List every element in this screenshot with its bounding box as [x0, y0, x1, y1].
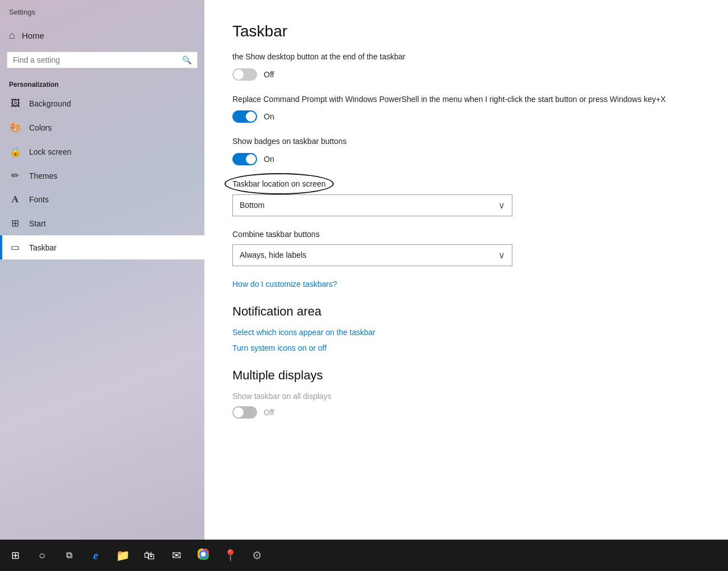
replace-cmd-toggle-label: On [264, 112, 274, 121]
sidebar-item-colors[interactable]: 🎨 Colors [0, 115, 204, 140]
start-icon: ⊞ [11, 549, 20, 561]
sidebar-item-label-start: Start [29, 219, 46, 228]
sidebar-item-themes[interactable]: ✏ Themes [0, 164, 204, 188]
toggle-thumb [234, 69, 244, 80]
replace-cmd-toggle[interactable] [232, 110, 257, 123]
start-button[interactable]: ⊞ [2, 542, 28, 568]
show-taskbar-toggle-label: Off [264, 408, 274, 417]
sidebar-item-start[interactable]: ⊞ Start [0, 211, 204, 235]
sidebar-item-label-fonts: Fonts [29, 195, 49, 204]
sidebar-item-label-background: Background [29, 99, 71, 108]
show-badges-toggle[interactable] [232, 153, 257, 165]
sidebar-item-taskbar[interactable]: ▭ Taskbar [0, 235, 204, 259]
show-desktop-toggle[interactable] [232, 68, 257, 81]
chrome-button[interactable] [190, 542, 216, 568]
customize-link[interactable]: How do I customize taskbars? [232, 280, 700, 289]
maps-button[interactable]: 📍 [217, 542, 243, 568]
sidebar: Settings ⌂ Home 🔍 Personalization 🖼 Back… [0, 0, 204, 540]
show-badges-toggle-label: On [264, 155, 274, 164]
svg-point-2 [202, 552, 206, 556]
combine-label: Combine taskbar buttons [232, 230, 700, 239]
combine-value: Always, hide labels [240, 250, 306, 259]
taskbar-location-label: Taskbar location on screen [232, 179, 326, 188]
sidebar-item-label-themes: Themes [29, 171, 58, 180]
show-badges-setting: Show badges on taskbar buttons On [232, 136, 700, 165]
taskbar-location-label-wrapper: Taskbar location on screen [232, 179, 326, 189]
search-box: 🔍 [7, 52, 198, 68]
sidebar-item-background[interactable]: 🖼 Background [0, 92, 204, 115]
toggle-thumb-3 [246, 154, 256, 164]
sidebar-home[interactable]: ⌂ Home [0, 22, 204, 49]
select-icons-link[interactable]: Select which icons appear on the taskbar [232, 328, 700, 337]
taskbar-location-setting: Taskbar location on screen Bottom ∨ [232, 179, 700, 216]
ie-icon: e [94, 549, 99, 562]
notification-area-title: Notification area [232, 304, 700, 319]
replace-cmd-setting: Replace Command Prompt with Windows Powe… [232, 94, 700, 123]
replace-cmd-desc: Replace Command Prompt with Windows Powe… [232, 94, 700, 105]
settings-taskbar-icon: ⚙ [252, 549, 262, 562]
mail-button[interactable]: ✉ [164, 542, 189, 568]
taskbar-location-dropdown[interactable]: Bottom ∨ [232, 194, 512, 216]
show-desktop-desc: the Show desktop button at the end of th… [232, 52, 700, 63]
toggle-thumb-4 [234, 407, 244, 417]
show-desktop-toggle-row: Off [232, 68, 700, 81]
content-area: Taskbar the Show desktop button at the e… [204, 0, 728, 540]
settings-taskbar-button[interactable]: ⚙ [244, 542, 270, 568]
search-taskbar-icon: ○ [39, 549, 45, 562]
chrome-icon [198, 549, 209, 563]
sidebar-item-label-taskbar: Taskbar [29, 243, 57, 252]
combine-dropdown[interactable]: Always, hide labels ∨ [232, 244, 512, 266]
show-desktop-toggle-label: Off [264, 70, 274, 79]
start-icon: ⊞ [9, 217, 21, 229]
show-badges-desc: Show badges on taskbar buttons [232, 136, 700, 147]
explorer-icon: 📁 [116, 549, 130, 562]
colors-icon: 🎨 [9, 122, 21, 133]
show-taskbar-toggle-row: Off [232, 406, 700, 419]
taskbar: ⊞ ○ ⧉ e 📁 🛍 ✉ 📍 ⚙ [0, 540, 728, 571]
search-input[interactable] [13, 55, 178, 64]
system-icons-link[interactable]: Turn system icons on or off [232, 343, 700, 352]
sidebar-item-label-lock: Lock screen [29, 147, 71, 156]
replace-cmd-toggle-row: On [232, 110, 700, 123]
mail-icon: ✉ [172, 549, 181, 562]
task-view-button[interactable]: ⧉ [56, 542, 82, 568]
show-desktop-setting: the Show desktop button at the end of th… [232, 52, 700, 81]
combine-dropdown-arrow-icon: ∨ [498, 250, 505, 261]
search-button[interactable]: ○ [29, 542, 55, 568]
taskbar-location-value: Bottom [240, 201, 264, 210]
toggle-thumb-2 [246, 112, 256, 122]
maps-icon: 📍 [223, 549, 237, 562]
dropdown-arrow-icon: ∨ [498, 200, 505, 211]
sidebar-section-title: Personalization [0, 75, 204, 92]
search-icon: 🔍 [182, 55, 192, 64]
home-icon: ⌂ [9, 30, 15, 41]
combine-setting: Combine taskbar buttons Always, hide lab… [232, 230, 700, 266]
multiple-displays-title: Multiple displays [232, 368, 700, 383]
sidebar-home-label: Home [22, 31, 44, 40]
background-icon: 🖼 [9, 98, 21, 109]
show-badges-toggle-row: On [232, 153, 700, 165]
store-button[interactable]: 🛍 [137, 542, 162, 568]
fonts-icon: A [9, 194, 21, 205]
taskbar-icon: ▭ [9, 242, 21, 253]
sidebar-item-label-colors: Colors [29, 123, 52, 132]
sidebar-item-lock-screen[interactable]: 🔒 Lock screen [0, 140, 204, 164]
app-title: Settings [0, 0, 204, 22]
task-view-icon: ⧉ [66, 550, 72, 560]
explorer-button[interactable]: 📁 [110, 542, 136, 568]
show-taskbar-toggle[interactable] [232, 406, 257, 419]
show-taskbar-desc: Show taskbar on all displays [232, 392, 700, 401]
lock-icon: 🔒 [9, 146, 21, 157]
themes-icon: ✏ [9, 170, 21, 182]
store-icon: 🛍 [144, 549, 155, 562]
sidebar-item-fonts[interactable]: A Fonts [0, 188, 204, 211]
ie-button[interactable]: e [83, 542, 109, 568]
show-taskbar-all-displays-setting: Show taskbar on all displays Off [232, 392, 700, 419]
page-title: Taskbar [232, 22, 700, 40]
